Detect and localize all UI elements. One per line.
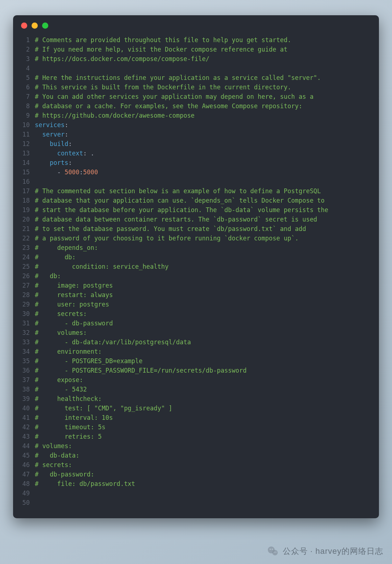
token: . bbox=[87, 150, 94, 157]
wechat-icon bbox=[267, 545, 279, 557]
code-line[interactable]: context: . bbox=[35, 149, 372, 158]
code-line[interactable]: # - db-data:/var/lib/postgresql/data bbox=[35, 337, 372, 347]
code-line[interactable]: # The commented out section below is an … bbox=[35, 186, 372, 196]
code-line[interactable]: # condition: service_healthy bbox=[35, 262, 372, 271]
code-line[interactable]: # file: db/password.txt bbox=[35, 479, 372, 488]
token: context bbox=[57, 150, 83, 157]
code-line[interactable]: # volumes: bbox=[35, 441, 372, 451]
line-number: 30 bbox=[13, 309, 30, 318]
code-line[interactable]: # user: postgres bbox=[35, 300, 372, 309]
token: : bbox=[83, 150, 87, 157]
line-number: 29 bbox=[13, 300, 30, 309]
window-titlebar bbox=[13, 15, 379, 32]
code-line[interactable]: # You can add other services your applic… bbox=[35, 92, 372, 101]
line-number: 8 bbox=[13, 101, 30, 111]
token: # environment: bbox=[35, 348, 102, 355]
token: : bbox=[68, 159, 72, 166]
token: 5000 bbox=[83, 169, 98, 176]
code-line[interactable]: # db: bbox=[35, 271, 372, 281]
line-number: 2 bbox=[13, 45, 30, 54]
token: # https://github.com/docker/awesome-comp… bbox=[35, 112, 195, 119]
code-line[interactable]: # secrets: bbox=[35, 309, 372, 318]
line-number-gutter: 1234567891011121314151617181920212223242… bbox=[13, 35, 35, 507]
line-number: 7 bbox=[13, 92, 30, 101]
code-line[interactable]: # expose: bbox=[35, 375, 372, 385]
line-number: 22 bbox=[13, 234, 30, 243]
code-line[interactable]: # interval: 10s bbox=[35, 413, 372, 422]
code-line[interactable]: # db-data: bbox=[35, 451, 372, 460]
code-line[interactable]: # healthcheck: bbox=[35, 394, 372, 403]
code-line[interactable]: # image: postgres bbox=[35, 281, 372, 290]
token: # The commented out section below is an … bbox=[35, 187, 321, 195]
token: # depends_on: bbox=[35, 244, 98, 251]
code-line[interactable]: # to set the database password. You must… bbox=[35, 224, 372, 234]
code-content[interactable]: # Comments are provided throughout this … bbox=[35, 35, 379, 507]
line-number: 25 bbox=[13, 262, 30, 271]
line-number: 49 bbox=[13, 488, 30, 498]
code-line[interactable]: # database or a cache. For examples, see… bbox=[35, 101, 372, 111]
code-line[interactable]: # - db-password bbox=[35, 318, 372, 328]
code-line[interactable]: # database that your application can use… bbox=[35, 196, 372, 205]
code-line[interactable]: # db: bbox=[35, 252, 372, 262]
code-line[interactable] bbox=[35, 177, 372, 186]
code-line[interactable]: # timeout: 5s bbox=[35, 422, 372, 432]
code-line[interactable]: # If you need more help, visit the Docke… bbox=[35, 45, 372, 54]
code-line[interactable] bbox=[35, 498, 372, 507]
code-line[interactable]: # https://github.com/docker/awesome-comp… bbox=[35, 111, 372, 120]
line-number: 44 bbox=[13, 441, 30, 451]
code-line[interactable]: # This service is built from the Dockerf… bbox=[35, 82, 372, 92]
code-line[interactable]: # environment: bbox=[35, 347, 372, 356]
code-line[interactable]: # volumes: bbox=[35, 328, 372, 337]
token: : bbox=[65, 121, 68, 129]
watermark: 公众号 · harvey的网络日志 bbox=[267, 545, 383, 557]
line-number: 21 bbox=[13, 224, 30, 234]
token: # https://docs.docker.com/compose/compos… bbox=[35, 55, 209, 62]
line-number: 31 bbox=[13, 318, 30, 328]
line-number: 19 bbox=[13, 205, 30, 215]
code-line[interactable] bbox=[35, 64, 372, 73]
token: # volumes: bbox=[35, 329, 87, 336]
code-line[interactable]: ports: bbox=[35, 158, 372, 167]
svg-point-3 bbox=[271, 549, 273, 550]
line-number: 24 bbox=[13, 252, 30, 262]
maximize-icon[interactable] bbox=[42, 23, 48, 29]
token: # If you need more help, visit the Docke… bbox=[35, 46, 287, 53]
line-number: 42 bbox=[13, 422, 30, 432]
close-icon[interactable] bbox=[21, 23, 27, 29]
code-line[interactable]: # a password of your choosing to it befo… bbox=[35, 234, 372, 243]
code-line[interactable]: # start the database before your applica… bbox=[35, 205, 372, 215]
code-line[interactable]: # - 5432 bbox=[35, 385, 372, 394]
code-line[interactable]: # Here the instructions define your appl… bbox=[35, 73, 372, 82]
token: # image: postgres bbox=[35, 282, 113, 289]
minimize-icon[interactable] bbox=[32, 23, 38, 29]
code-line[interactable]: services: bbox=[35, 120, 372, 130]
line-number: 40 bbox=[13, 403, 30, 413]
line-number: 46 bbox=[13, 460, 30, 470]
svg-point-5 bbox=[275, 552, 276, 552]
code-line[interactable]: # restart: always bbox=[35, 290, 372, 300]
code-line[interactable]: # Comments are provided throughout this … bbox=[35, 35, 372, 45]
watermark-text: 公众号 · harvey的网络日志 bbox=[283, 546, 383, 557]
code-line[interactable]: # secrets: bbox=[35, 460, 372, 470]
token: services bbox=[35, 121, 65, 129]
line-number: 10 bbox=[13, 120, 30, 130]
token: # - db-password bbox=[35, 320, 113, 327]
code-line[interactable]: build: bbox=[35, 139, 372, 149]
code-editor[interactable]: 1234567891011121314151617181920212223242… bbox=[13, 32, 379, 518]
code-line[interactable]: # test: [ "CMD", "pg_isready" ] bbox=[35, 403, 372, 413]
code-line[interactable]: # retries: 5 bbox=[35, 432, 372, 441]
line-number: 28 bbox=[13, 290, 30, 300]
code-line[interactable]: - 5000:5000 bbox=[35, 167, 372, 177]
code-line[interactable]: # - POSTGRES_PASSWORD_FILE=/run/secrets/… bbox=[35, 366, 372, 375]
token: # retries: 5 bbox=[35, 433, 102, 440]
code-line[interactable]: # - POSTGRES_DB=example bbox=[35, 356, 372, 366]
code-line[interactable]: server: bbox=[35, 130, 372, 139]
code-line[interactable]: # db-password: bbox=[35, 470, 372, 479]
token: server bbox=[42, 131, 64, 138]
token: # start the database before your applica… bbox=[35, 206, 328, 214]
code-line[interactable]: # database data between container restar… bbox=[35, 215, 372, 224]
token: # db: bbox=[35, 253, 76, 261]
code-line[interactable] bbox=[35, 488, 372, 498]
code-line[interactable]: # depends_on: bbox=[35, 243, 372, 252]
code-line[interactable]: # https://docs.docker.com/compose/compos… bbox=[35, 54, 372, 64]
